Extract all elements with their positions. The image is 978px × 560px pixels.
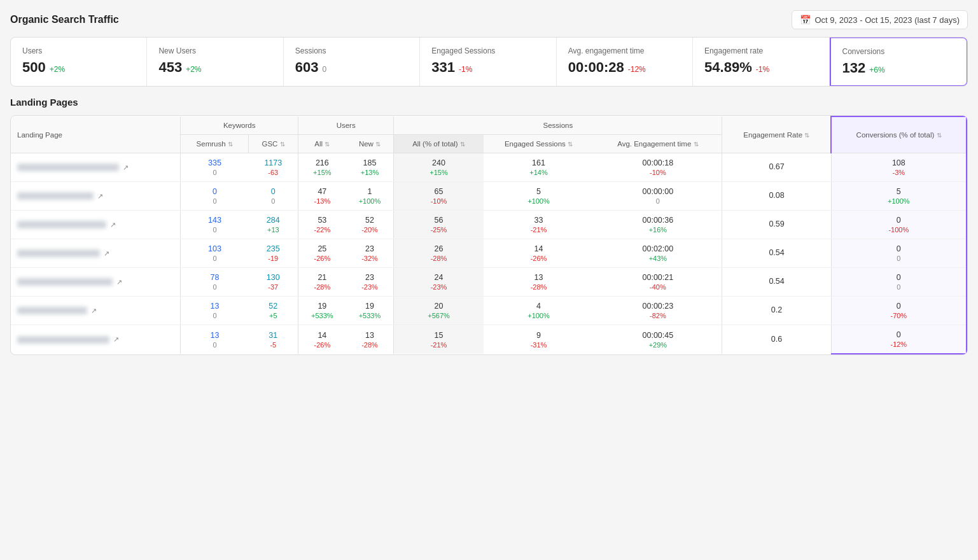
external-link-icon[interactable]: ↗ — [91, 307, 97, 315]
table-row: ↗ 143 0 284 +13 53 -22% 52 -20% — [11, 211, 967, 239]
gsc-value: 130 -37 — [249, 268, 298, 297]
sessions-all-value: 240 +15% — [394, 153, 484, 182]
external-link-icon[interactable]: ↗ — [123, 164, 129, 172]
table-row: ↗ 335 0 1173 -63 216 +15% 185 +13% — [11, 153, 967, 182]
engagement-rate-value: 0.08 — [722, 182, 831, 211]
metric-card-conversions: Conversions 132 +6% — [830, 37, 968, 87]
avg-engagement-value: 00:00:45 +29% — [594, 325, 722, 354]
semrush-value: 0 0 — [181, 182, 249, 211]
metric-change: +2% — [50, 65, 65, 74]
metric-value: 00:00:28 — [568, 59, 624, 76]
external-link-icon[interactable]: ↗ — [110, 221, 116, 229]
metric-value: 54.89% — [704, 59, 752, 76]
col-group-keywords: Keywords — [181, 116, 298, 135]
metric-change: -12% — [628, 65, 646, 74]
engagement-rate-value: 0.54 — [722, 268, 831, 297]
landing-page-cell: ↗ — [11, 297, 181, 325]
conversions-value: 0 0 — [831, 268, 967, 297]
date-range-picker[interactable]: 📅 Oct 9, 2023 - Oct 15, 2023 (last 7 day… — [792, 10, 968, 29]
semrush-value: 78 0 — [181, 268, 249, 297]
engaged-sessions-value: 14 -26% — [484, 239, 594, 268]
metric-value: 500 — [22, 59, 46, 76]
engaged-sessions-value: 9 -31% — [484, 325, 594, 354]
external-link-icon[interactable]: ↗ — [104, 249, 109, 258]
external-link-icon[interactable]: ↗ — [116, 278, 122, 286]
col-subheader-gsc: GSC ⇅ — [249, 135, 298, 153]
sessions-all-value: 26 -28% — [394, 239, 484, 268]
gsc-value: 31 -5 — [249, 325, 298, 354]
engagement-rate-value: 0.54 — [722, 239, 831, 268]
semrush-value: 13 0 — [181, 297, 249, 325]
metric-change: +6% — [869, 66, 884, 74]
metric-change: +2% — [186, 65, 201, 74]
users-all-value: 19 +533% — [298, 297, 346, 325]
engagement-rate-value: 0.67 — [722, 153, 831, 182]
semrush-value: 103 0 — [181, 239, 249, 268]
users-new-value: 1 +100% — [346, 182, 394, 211]
metric-change: -1% — [756, 65, 769, 74]
users-all-value: 21 -28% — [298, 268, 346, 297]
gsc-value: 235 -19 — [249, 239, 298, 268]
table-row: ↗ 103 0 235 -19 25 -26% 23 -32% — [11, 239, 967, 268]
col-subheader-avg-engagement: Avg. Engagement time ⇅ — [594, 135, 722, 153]
page-title: Organic Search Traffic — [10, 14, 119, 25]
table-row: ↗ 78 0 130 -37 21 -28% 23 -23% — [11, 268, 967, 297]
landing-page-cell: ↗ — [11, 268, 181, 297]
users-all-value: 216 +15% — [298, 153, 346, 182]
semrush-value: 335 0 — [181, 153, 249, 182]
metrics-row: Users 500 +2% New Users 453 +2% Sessions… — [10, 37, 968, 87]
col-group-sessions: Sessions — [394, 116, 722, 135]
users-all-value: 53 -22% — [298, 211, 346, 239]
conversions-value: 0 -70% — [831, 297, 967, 325]
engaged-sessions-value: 161 +14% — [484, 153, 594, 182]
users-all-value: 14 -26% — [298, 325, 346, 354]
gsc-value: 1173 -63 — [249, 153, 298, 182]
sessions-all-value: 56 -25% — [394, 211, 484, 239]
col-subheader-users-new: New ⇅ — [346, 135, 394, 153]
metric-change: 0 — [323, 65, 327, 74]
users-new-value: 19 +533% — [346, 297, 394, 325]
metric-label: Conversions — [842, 47, 955, 56]
metric-card-users: Users 500 +2% — [11, 38, 147, 86]
landing-page-cell: ↗ — [11, 239, 181, 268]
engagement-rate-value: 0.2 — [722, 297, 831, 325]
users-new-value: 23 -32% — [346, 239, 394, 268]
gsc-value: 0 0 — [249, 182, 298, 211]
table-row: ↗ 13 0 52 +5 19 +533% 19 +533% — [11, 297, 967, 325]
metric-label: Sessions — [295, 46, 408, 55]
avg-engagement-value: 00:00:23 -82% — [594, 297, 722, 325]
external-link-icon[interactable]: ↗ — [97, 192, 103, 200]
metric-card-sessions: Sessions 603 0 — [284, 38, 420, 86]
metric-label: Engagement rate — [704, 46, 817, 55]
avg-engagement-value: 00:00:21 -40% — [594, 268, 722, 297]
date-range-label: Oct 9, 2023 - Oct 15, 2023 (last 7 days) — [814, 15, 960, 25]
landing-page-cell: ↗ — [11, 325, 181, 354]
engagement-rate-value: 0.59 — [722, 211, 831, 239]
col-subheader-engaged-sessions: Engaged Sessions ⇅ — [484, 135, 594, 153]
external-link-icon[interactable]: ↗ — [113, 335, 119, 344]
conversions-value: 5 +100% — [831, 182, 967, 211]
engaged-sessions-value: 5 +100% — [484, 182, 594, 211]
engaged-sessions-value: 33 -21% — [484, 211, 594, 239]
sessions-all-value: 15 -21% — [394, 325, 484, 354]
conversions-value: 108 -3% — [831, 153, 967, 182]
metric-value: 603 — [295, 59, 319, 76]
gsc-value: 52 +5 — [249, 297, 298, 325]
conversions-value: 0 -12% — [831, 325, 967, 354]
engaged-sessions-value: 13 -28% — [484, 268, 594, 297]
col-subheader-sessions-all: All (% of total) ⇅ — [394, 135, 484, 153]
metric-label: Engaged Sessions — [431, 46, 544, 55]
metric-label: New Users — [158, 46, 271, 55]
avg-engagement-value: 00:00:36 +16% — [594, 211, 722, 239]
engagement-rate-value: 0.6 — [722, 325, 831, 354]
col-header-conversions: Conversions (% of total) ⇅ — [831, 116, 967, 153]
metric-label: Users — [22, 46, 135, 55]
landing-pages-section: Landing Pages Landing Page Keywords User… — [10, 97, 968, 355]
metric-label: Avg. engagement time — [568, 46, 681, 55]
landing-pages-table: Landing Page Keywords Users Sessions Eng… — [10, 115, 968, 355]
conversions-value: 0 -100% — [831, 211, 967, 239]
table-row: ↗ 0 0 0 0 47 -13% 1 +100% — [11, 182, 967, 211]
col-header-engagement-rate: Engagement Rate ⇅ — [722, 116, 831, 153]
users-new-value: 185 +13% — [346, 153, 394, 182]
col-group-users: Users — [298, 116, 394, 135]
